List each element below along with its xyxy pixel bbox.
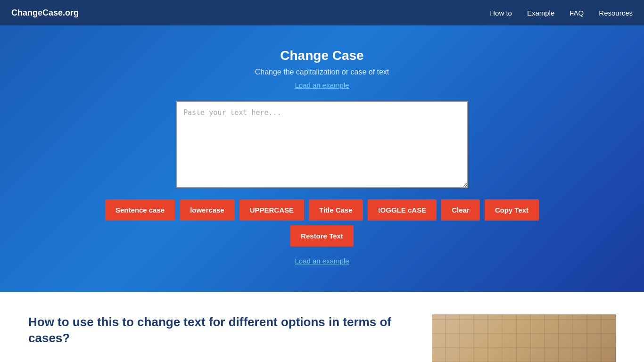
load-example-bottom: Load an example: [0, 257, 644, 265]
hero-section: Change Case Change the capitalization or…: [0, 25, 644, 292]
nav-links: How to Example FAQ Resources: [490, 9, 633, 17]
nav-brand[interactable]: ChangeCase.org: [11, 8, 79, 18]
text-input[interactable]: [176, 101, 468, 188]
clear-button[interactable]: Clear: [441, 199, 480, 221]
sentence-case-button[interactable]: Sentence case: [105, 199, 175, 221]
nav-link-faq[interactable]: FAQ: [570, 9, 584, 17]
title-case-button[interactable]: Title Case: [309, 199, 363, 221]
navbar: ChangeCase.org How to Example FAQ Resour…: [0, 0, 644, 25]
toggle-case-button[interactable]: tOGGLE cASE: [368, 199, 437, 221]
nav-link-resources[interactable]: Resources: [599, 9, 633, 17]
page-subtitle: Change the capitalization or case of tex…: [0, 68, 644, 76]
copy-text-button[interactable]: Copy Text: [485, 199, 539, 221]
buttons-row: Sentence case lowercase UPPERCASE Title …: [96, 199, 548, 247]
content-text: How to use this to change text for diffe…: [28, 314, 404, 354]
page-title: Change Case: [0, 48, 644, 63]
load-example-top-link[interactable]: Load an example: [295, 81, 349, 89]
image-placeholder: [432, 314, 616, 362]
nav-link-example[interactable]: Example: [527, 9, 554, 17]
load-example-bottom-link[interactable]: Load an example: [295, 257, 349, 265]
restore-text-button[interactable]: Restore Text: [290, 225, 354, 247]
content-heading: How to use this to change text for diffe…: [28, 314, 404, 346]
content-section: How to use this to change text for diffe…: [0, 292, 644, 362]
lowercase-button[interactable]: lowercase: [180, 199, 235, 221]
content-image: [432, 314, 616, 362]
textarea-wrapper: [176, 101, 468, 190]
nav-link-howto[interactable]: How to: [490, 9, 512, 17]
uppercase-button[interactable]: UPPERCASE: [239, 199, 304, 221]
